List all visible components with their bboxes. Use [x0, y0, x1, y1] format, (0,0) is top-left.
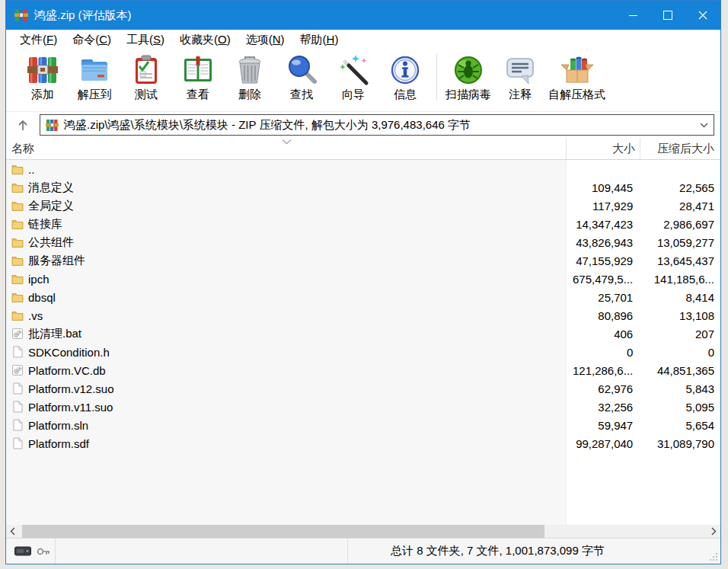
- table-row[interactable]: Platform.v11.suo 32,256 5,095: [6, 398, 720, 416]
- file-name: ..: [28, 163, 34, 176]
- title-bar[interactable]: 鸿盛.zip (评估版本): [6, 1, 720, 30]
- file-packed-size: 207: [637, 328, 720, 340]
- table-row[interactable]: ipch 675,479,5... 141,185,6...: [6, 270, 720, 288]
- scrollbar-thumb[interactable]: [22, 525, 544, 538]
- horizontal-scrollbar[interactable]: [6, 525, 720, 538]
- file-icon: [11, 346, 24, 358]
- archive-books-icon: [26, 53, 59, 87]
- folder-icon: [11, 309, 24, 321]
- folder-icon: [11, 273, 24, 285]
- chevron-down-icon[interactable]: [700, 123, 708, 128]
- table-row[interactable]: Platform.sln 59,947 5,654: [6, 416, 720, 434]
- folder-icon: [11, 291, 24, 303]
- file-name: 服务器组件: [28, 254, 85, 268]
- table-row[interactable]: ..: [6, 160, 720, 178]
- column-header-size[interactable]: 大小: [567, 138, 640, 159]
- menu-item-options[interactable]: 选项(N): [238, 30, 292, 50]
- toolbar-label: 添加: [31, 88, 54, 102]
- menu-item-favorites[interactable]: 收藏夹(O): [172, 30, 238, 50]
- find-button[interactable]: 查找: [276, 53, 327, 102]
- column-header-row: 名称 大小 压缩后大小: [6, 138, 720, 160]
- menu-item-file[interactable]: 文件(F): [12, 30, 65, 50]
- file-packed-size: 5,654: [637, 419, 720, 432]
- comment-button[interactable]: 注释: [494, 53, 546, 102]
- folder-icon: [11, 200, 24, 212]
- resize-grip-icon[interactable]: [709, 552, 718, 561]
- table-row[interactable]: 链接库 14,347,423 2,986,697: [6, 215, 720, 233]
- maximize-icon: [663, 11, 672, 20]
- up-directory-button[interactable]: [6, 114, 40, 136]
- maximize-button[interactable]: [650, 1, 685, 30]
- wizard-button[interactable]: 向导: [327, 53, 379, 102]
- table-row[interactable]: Platform.sdf 99,287,040 31,089,790: [6, 434, 720, 452]
- file-name: 公共组件: [28, 235, 74, 250]
- drive-icon[interactable]: [14, 546, 31, 556]
- file-name: ipch: [28, 273, 49, 286]
- file-size: 43,826,943: [564, 236, 637, 249]
- delete-trash-icon: [233, 53, 267, 87]
- table-row[interactable]: 公共组件 43,826,943 13,059,277: [6, 233, 720, 251]
- view-button[interactable]: 查看: [172, 53, 224, 102]
- winrar-window: 鸿盛.zip (评估版本) 文件(F) 命令(C) 工具(S) 收藏夹(O) 选…: [5, 0, 721, 564]
- file-name: 消息定义: [28, 181, 74, 195]
- add-button[interactable]: 添加: [17, 53, 69, 102]
- file-size: 25,701: [564, 291, 637, 304]
- table-row[interactable]: Platform.v12.suo 62,976 5,843: [6, 379, 720, 398]
- table-row[interactable]: 消息定义 109,445 22,565: [6, 178, 720, 197]
- toolbar-label: 测试: [135, 88, 158, 102]
- sfx-button[interactable]: 自解压格式: [546, 53, 608, 102]
- menu-item-commands[interactable]: 命令(C): [65, 30, 119, 50]
- file-name: 全局定义: [28, 199, 74, 213]
- view-book-icon: [181, 53, 215, 87]
- toolbar-label: 注释: [509, 88, 532, 102]
- menu-item-help[interactable]: 帮助(H): [292, 30, 346, 50]
- file-packed-size: 13,059,277: [637, 236, 720, 249]
- scan-virus-button[interactable]: 扫描病毒: [442, 53, 494, 102]
- file-name: SDKCondition.h: [28, 346, 110, 359]
- toolbar-separator: [436, 54, 437, 100]
- address-bar: 鸿盛.zip\鸿盛\系统模块\系统模块 - ZIP 压缩文件, 解包大小为 3,…: [6, 112, 720, 138]
- table-row[interactable]: .vs 80,896 13,108: [6, 306, 720, 324]
- extract-to-button[interactable]: 解压到: [69, 53, 120, 102]
- file-packed-size: 5,843: [637, 382, 720, 395]
- file-name: Platform.sdf: [28, 437, 89, 450]
- table-row[interactable]: 服务器组件 47,155,929 13,645,437: [6, 251, 720, 270]
- wizard-wand-icon: [337, 53, 370, 87]
- close-button[interactable]: [685, 1, 720, 30]
- file-name: Platform.v12.suo: [28, 382, 114, 395]
- file-packed-size: 44,851,365: [637, 364, 720, 377]
- close-icon: [698, 11, 707, 20]
- scrollbar-track[interactable]: [19, 525, 707, 538]
- scroll-left-button[interactable]: [6, 525, 19, 538]
- key-icon[interactable]: [37, 546, 50, 557]
- column-header-packed-size[interactable]: 压缩后大小: [640, 138, 720, 159]
- toolbar-label: 向导: [342, 88, 365, 102]
- file-name: .vs: [28, 309, 43, 322]
- table-row[interactable]: SDKCondition.h 0 0: [6, 343, 720, 361]
- scroll-right-button[interactable]: [707, 525, 720, 538]
- file-name: 批清理.bat: [28, 327, 81, 341]
- toolbar-label: 信息: [394, 88, 417, 102]
- file-name: Platform.sln: [28, 419, 88, 432]
- table-row[interactable]: 全局定义 117,929 28,471: [6, 197, 720, 215]
- file-packed-size: 22,565: [637, 181, 720, 194]
- file-icon: [11, 437, 24, 449]
- up-arrow-icon: [17, 119, 29, 132]
- table-row[interactable]: dbsql 25,701 8,414: [6, 288, 720, 306]
- minimize-button[interactable]: [615, 1, 650, 30]
- file-name: 链接库: [28, 217, 62, 232]
- test-button[interactable]: 测试: [120, 53, 172, 102]
- folder-icon: [11, 163, 24, 175]
- table-row[interactable]: Platform.VC.db 121,286,6... 44,851,365: [6, 361, 720, 379]
- file-packed-size: 13,108: [637, 309, 720, 322]
- toolbar: 添加 解压到 测试: [6, 50, 720, 112]
- folder-icon: [11, 254, 24, 267]
- toolbar-label: 解压到: [78, 88, 112, 102]
- table-row[interactable]: 批清理.bat 406 207: [6, 324, 720, 343]
- delete-button[interactable]: 删除: [224, 53, 276, 102]
- archive-path-combobox[interactable]: 鸿盛.zip\鸿盛\系统模块\系统模块 - ZIP 压缩文件, 解包大小为 3,…: [40, 114, 714, 136]
- sort-ascending-icon: [282, 139, 292, 145]
- menu-item-tools[interactable]: 工具(S): [119, 30, 172, 50]
- info-button[interactable]: 信息: [379, 53, 431, 102]
- file-size: 47,155,929: [564, 254, 637, 267]
